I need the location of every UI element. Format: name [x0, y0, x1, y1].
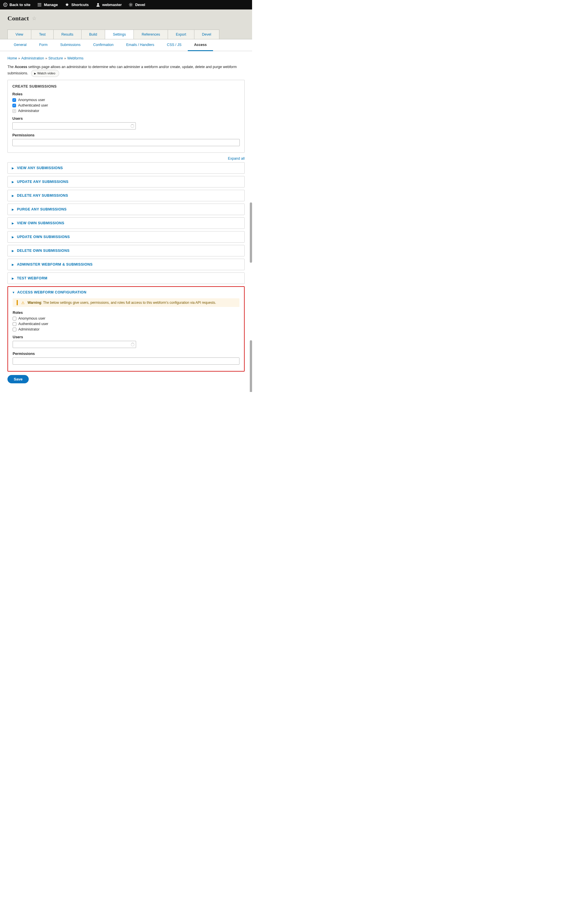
user-link[interactable]: webmaster — [93, 3, 126, 7]
back-to-site-link[interactable]: Back to site — [0, 3, 35, 7]
back-label: Back to site — [10, 3, 30, 7]
subtab-general[interactable]: General — [7, 40, 33, 51]
video-label: Watch video — [37, 71, 55, 75]
caret-right-icon: ▶ — [12, 208, 15, 211]
subtab-css-js[interactable]: CSS / JS — [160, 40, 188, 51]
role-checkbox[interactable] — [12, 104, 16, 107]
save-button[interactable]: Save — [7, 375, 29, 383]
svg-line-9 — [132, 3, 132, 4]
breadcrumb-link[interactable]: Structure — [48, 56, 63, 60]
breadcrumb-link[interactable]: Home — [7, 56, 17, 60]
subtab-emails-handlers[interactable]: Emails / Handlers — [120, 40, 160, 51]
users-input[interactable] — [12, 122, 136, 129]
caret-right-icon: ▶ — [12, 236, 15, 239]
expand-all-link[interactable]: Expand all — [228, 157, 244, 160]
role-row: Administrator — [13, 327, 239, 332]
breadcrumb-link[interactable]: Administration — [21, 56, 44, 60]
subtab-access[interactable]: Access — [188, 40, 213, 51]
subtab-confirmation[interactable]: Confirmation — [87, 40, 120, 51]
users-input[interactable] — [13, 341, 136, 348]
role-row: Anonymous user — [12, 98, 240, 102]
content-region: Home»Administration»Structure»Webforms T… — [0, 51, 252, 392]
users-label: Users — [12, 116, 240, 120]
users-input-wrapper — [12, 122, 136, 129]
caret-down-icon: ▼ — [12, 291, 15, 294]
tab-devel[interactable]: Devel — [194, 30, 220, 39]
role-checkbox[interactable] — [13, 328, 17, 332]
panel-summary[interactable]: ▶UPDATE OWN SUBMISSIONS — [8, 231, 244, 243]
svg-line-10 — [129, 6, 130, 6]
breadcrumb-separator: » — [63, 56, 67, 60]
scrollbar[interactable] — [250, 203, 252, 263]
manage-label: Manage — [44, 3, 58, 7]
role-checkbox[interactable] — [12, 98, 16, 102]
tab-results[interactable]: Results — [53, 30, 81, 39]
tab-references[interactable]: References — [134, 30, 168, 39]
gear-icon — [129, 3, 133, 7]
role-checkbox[interactable] — [13, 317, 17, 320]
collapsible-panel: ▶VIEW ANY SUBMISSIONS — [7, 162, 244, 174]
breadcrumb: Home»Administration»Structure»Webforms — [7, 56, 244, 60]
panel-summary[interactable]: ▶TEST WEBFORM — [8, 273, 244, 284]
favorite-star-icon[interactable]: ☆ — [32, 15, 36, 21]
tab-test[interactable]: Test — [31, 30, 54, 39]
role-label: Administrator — [18, 109, 39, 113]
intro-strong: Access — [15, 65, 27, 69]
tab-build[interactable]: Build — [81, 30, 106, 39]
shortcuts-label: Shortcuts — [71, 3, 89, 7]
play-icon: ▶ — [34, 72, 36, 76]
panel-summary[interactable]: ▶UPDATE ANY SUBMISSIONS — [8, 176, 244, 187]
shortcuts-link[interactable]: Shortcuts — [62, 3, 93, 7]
back-icon — [3, 3, 7, 7]
panel-summary[interactable]: ▶VIEW ANY SUBMISSIONS — [8, 163, 244, 173]
permissions-input[interactable] — [13, 358, 239, 365]
panel-title: TEST WEBFORM — [17, 276, 47, 280]
permissions-input[interactable] — [12, 139, 240, 146]
role-row: Authenticated user — [12, 103, 240, 107]
svg-point-0 — [3, 3, 7, 6]
hamburger-icon — [37, 3, 42, 7]
create-submissions-panel: CREATE SUBMISSIONS Roles Anonymous userA… — [7, 80, 244, 153]
panel-summary[interactable]: ▶DELETE ANY SUBMISSIONS — [8, 190, 244, 201]
svg-point-1 — [97, 3, 99, 5]
panel-summary[interactable]: ▼ ACCESS WEBFORM CONFIGURATION — [8, 287, 244, 297]
warning-message: Warning: The below settings give users, … — [28, 300, 216, 305]
collapsible-panel: ▶DELETE ANY SUBMISSIONS — [7, 190, 244, 201]
panel-summary[interactable]: ▶VIEW OWN SUBMISSIONS — [8, 218, 244, 229]
access-webform-configuration-panel: ▼ ACCESS WEBFORM CONFIGURATION ⚠ Warning… — [7, 286, 244, 371]
devel-link[interactable]: Devel — [126, 3, 149, 7]
primary-tabs: ViewTestResultsBuildSettingsReferencesEx… — [7, 30, 244, 39]
subtab-form[interactable]: Form — [33, 40, 54, 51]
panel-title: UPDATE OWN SUBMISSIONS — [17, 235, 70, 239]
manage-link[interactable]: Manage — [35, 3, 62, 7]
caret-right-icon: ▶ — [12, 222, 15, 225]
panel-summary[interactable]: ▶PURGE ANY SUBMISSIONS — [8, 204, 244, 215]
panel-summary[interactable]: ▶DELETE OWN SUBMISSIONS — [8, 245, 244, 256]
autocomplete-spinner-icon — [130, 124, 134, 128]
tab-settings[interactable]: Settings — [105, 30, 134, 39]
header-region: Contact ☆ ViewTestResultsBuildSettingsRe… — [0, 10, 252, 40]
roles-label: Roles — [13, 310, 239, 315]
role-checkbox[interactable] — [13, 322, 17, 326]
collapsible-panel: ▶DELETE OWN SUBMISSIONS — [7, 245, 244, 256]
role-label: Authenticated user — [18, 103, 48, 107]
panel-title: CREATE SUBMISSIONS — [12, 84, 240, 88]
breadcrumb-separator: » — [44, 56, 48, 60]
panel-title: VIEW OWN SUBMISSIONS — [17, 221, 64, 225]
role-row: Administrator — [12, 109, 240, 113]
panel-summary[interactable]: ▶ADMINISTER WEBFORM & SUBMISSIONS — [8, 259, 244, 270]
users-label: Users — [13, 335, 239, 339]
breadcrumb-link[interactable]: Webforms — [67, 56, 84, 60]
warning-strong: Warning — [28, 300, 41, 305]
tab-export[interactable]: Export — [168, 30, 194, 39]
scrollbar[interactable] — [250, 340, 252, 392]
subtab-submissions[interactable]: Submissions — [54, 40, 87, 51]
user-label: webmaster — [102, 3, 122, 7]
warning-text: : The below settings give users, permiss… — [41, 300, 216, 305]
panel-title: PURGE ANY SUBMISSIONS — [17, 207, 67, 211]
panel-title: ADMINISTER WEBFORM & SUBMISSIONS — [17, 262, 93, 266]
tab-view[interactable]: View — [7, 30, 31, 39]
permissions-input-wrapper — [13, 358, 239, 365]
collapsible-panel: ▶PURGE ANY SUBMISSIONS — [7, 204, 244, 215]
watch-video-button[interactable]: ▶Watch video — [31, 70, 59, 77]
